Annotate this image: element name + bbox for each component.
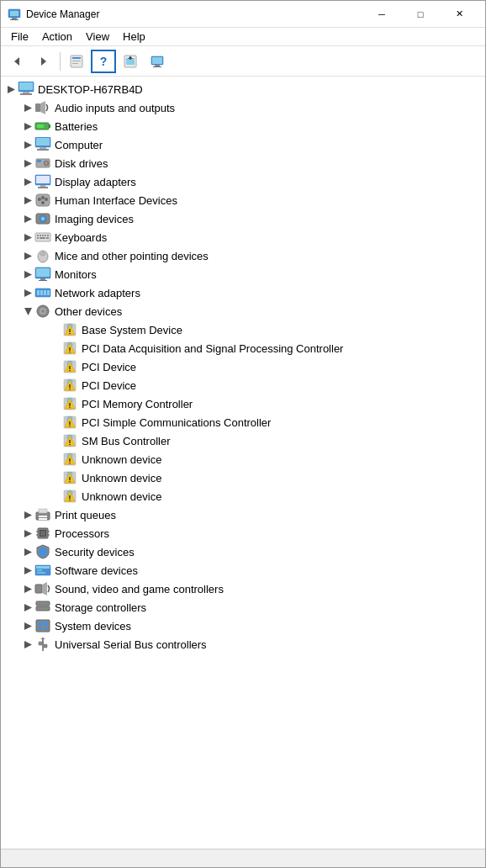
tree-item-pci-device-1[interactable]: PCI Device <box>1 357 485 376</box>
svg-marker-150 <box>24 530 32 537</box>
svg-rect-64 <box>46 237 49 239</box>
toolbar-separator-1 <box>60 52 61 71</box>
expand-icon-batteries[interactable] <box>21 119 34 133</box>
tree-item-keyboards[interactable]: Keyboards <box>1 228 485 246</box>
expand-icon-other[interactable] <box>21 304 34 318</box>
tree-item-pci-simple[interactable]: PCI Simple Communications Controller <box>1 413 485 431</box>
tree-item-processors[interactable]: Processors <box>1 524 485 542</box>
tree-root[interactable]: DESKTOP-H67RB4D <box>1 80 485 98</box>
warning-icon <box>61 432 78 449</box>
expand-icon-monitors[interactable] <box>21 267 34 281</box>
expand-icon-keyboards[interactable] <box>21 230 34 244</box>
tree-item-display[interactable]: Display adapters <box>1 172 485 191</box>
keyboard-icon <box>34 229 51 246</box>
label-sm-bus: SM Bus Controller <box>82 435 170 447</box>
expand-root[interactable] <box>4 82 18 96</box>
expand-icon-audio[interactable] <box>21 101 34 114</box>
expand-icon-pci-device-2 <box>48 378 61 392</box>
tree-item-sound[interactable]: Sound, video and game controllers <box>1 580 485 598</box>
expand-icon-system[interactable] <box>21 619 34 632</box>
expand-icon-mice[interactable] <box>21 249 34 262</box>
tree-item-monitors[interactable]: Monitors <box>1 265 485 283</box>
tree-item-imaging[interactable]: Imaging devices <box>1 209 485 228</box>
tree-item-storage[interactable]: Storage controllers <box>1 598 485 617</box>
tree-item-hid[interactable]: Human Interface Devices <box>1 191 485 209</box>
label-pci-memory: PCI Memory Controller <box>82 398 193 410</box>
svg-point-137 <box>69 481 71 483</box>
tree-item-unknown-2[interactable]: Unknown device <box>1 468 485 487</box>
expand-icon-processors[interactable] <box>21 527 34 540</box>
expand-icon-storage[interactable] <box>21 601 34 614</box>
tree-item-print[interactable]: Print queues <box>1 505 485 524</box>
label-monitors: Monitors <box>55 268 97 281</box>
svg-point-49 <box>45 198 48 201</box>
tree-item-mice[interactable]: Mice and other pointing devices <box>1 246 485 265</box>
svg-rect-112 <box>69 403 70 406</box>
menu-view[interactable]: View <box>79 29 116 45</box>
svg-marker-18 <box>8 86 15 93</box>
tree-item-system[interactable]: System devices <box>1 617 485 635</box>
label-unknown-3: Unknown device <box>82 490 161 503</box>
svg-rect-44 <box>38 187 48 188</box>
window-controls: ─ □ ✕ <box>362 1 478 28</box>
close-button[interactable]: ✕ <box>440 1 478 28</box>
svg-point-170 <box>47 602 50 605</box>
tree-item-disk[interactable]: Disk drives <box>1 154 485 172</box>
tree-item-pci-device-2[interactable]: PCI Device <box>1 376 485 394</box>
svg-rect-77 <box>40 290 43 295</box>
label-pci-device-1: PCI Device <box>82 361 136 373</box>
properties-button[interactable] <box>64 50 89 73</box>
svg-rect-28 <box>49 124 50 128</box>
expand-icon-display[interactable] <box>21 175 34 188</box>
app-icon <box>8 8 21 21</box>
tree-item-sm-bus[interactable]: SM Bus Controller <box>1 431 485 450</box>
svg-rect-174 <box>38 622 42 626</box>
forward-button[interactable] <box>31 50 56 73</box>
svg-point-95 <box>69 352 71 353</box>
tree-item-batteries[interactable]: Batteries <box>1 117 485 135</box>
tree-item-other[interactable]: Other devices <box>1 302 485 320</box>
expand-icon-software[interactable] <box>21 564 34 577</box>
tree-item-audio[interactable]: Audio inputs and outputs <box>1 98 485 117</box>
imaging-icon <box>34 210 51 227</box>
tree-item-pci-data[interactable]: PCI Data Acquisition and Signal Processi… <box>1 339 485 357</box>
tree-item-unknown-3[interactable]: Unknown device <box>1 487 485 505</box>
update-driver-button[interactable] <box>118 50 143 73</box>
minimize-button[interactable]: ─ <box>362 1 401 28</box>
tree-item-network[interactable]: Network adapters <box>1 283 485 302</box>
menu-action[interactable]: Action <box>35 29 79 45</box>
tree-item-software[interactable]: Software devices <box>1 561 485 580</box>
expand-icon-print[interactable] <box>21 508 34 521</box>
expand-icon-hid[interactable] <box>21 193 34 207</box>
expand-icon-computer[interactable] <box>21 138 34 151</box>
svg-rect-106 <box>69 384 70 388</box>
svg-rect-100 <box>69 366 70 369</box>
tree-item-computer[interactable]: Computer <box>1 135 485 154</box>
menu-help[interactable]: Help <box>116 29 152 45</box>
svg-rect-21 <box>23 92 29 93</box>
tree-item-base-system[interactable]: Base System Device <box>1 320 485 339</box>
warning-icon <box>61 358 78 375</box>
display-view-button[interactable] <box>145 50 170 73</box>
expand-icon-imaging[interactable] <box>21 212 34 225</box>
svg-point-39 <box>45 162 47 164</box>
maximize-button[interactable]: □ <box>401 1 440 28</box>
svg-rect-2 <box>12 18 17 19</box>
expand-icon-security[interactable] <box>21 545 34 558</box>
expand-icon-network[interactable] <box>21 286 34 299</box>
label-software: Software devices <box>55 564 138 577</box>
expand-icon-disk[interactable] <box>21 156 34 170</box>
tree-item-usb[interactable]: Universal Serial Bus controllers <box>1 635 485 654</box>
back-button[interactable] <box>4 50 29 73</box>
tree-item-unknown-1[interactable]: Unknown device <box>1 450 485 468</box>
help-button[interactable]: ? <box>91 50 116 73</box>
svg-rect-153 <box>40 531 45 536</box>
tree-item-pci-memory[interactable]: PCI Memory Controller <box>1 394 485 413</box>
expand-icon-usb[interactable] <box>21 638 34 651</box>
tree-item-security[interactable]: Security devices <box>1 542 485 561</box>
menu-bar: File Action View Help <box>1 28 485 46</box>
svg-point-143 <box>69 500 71 501</box>
expand-icon-sound[interactable] <box>21 582 34 595</box>
svg-rect-146 <box>39 509 47 513</box>
menu-file[interactable]: File <box>4 29 35 45</box>
